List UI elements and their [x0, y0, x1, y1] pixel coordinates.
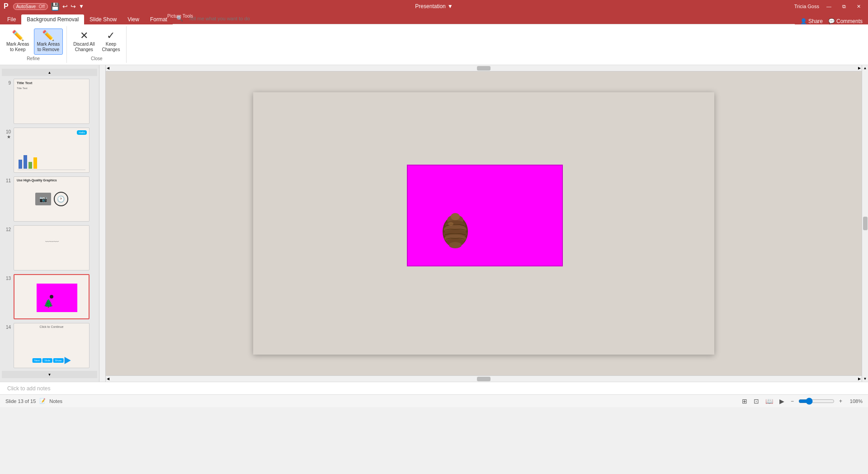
slide-12-scribble: 〰〰〰: [14, 226, 89, 258]
keep-changes-button[interactable]: ✓ KeepChanges: [99, 29, 123, 54]
discard-changes-button[interactable]: ✕ Discard AllChanges: [71, 29, 97, 54]
slide-info: Slide 13 of 15: [5, 398, 36, 404]
slide-item-11[interactable]: 11 Use High-Quality Graphics 📷 🕐: [2, 175, 97, 223]
user-name: Tricia Goss: [794, 4, 819, 9]
slide-thumbnail-13[interactable]: 🌲: [14, 274, 90, 319]
slide-14-next: Next Slide Show: [33, 357, 71, 364]
notes-area[interactable]: Click to add notes: [0, 382, 868, 394]
close-group-label: Close: [91, 56, 103, 61]
slide-item-12[interactable]: 12 〰〰〰: [2, 224, 97, 271]
slide-11-graphics: 📷 🕐: [14, 184, 89, 215]
slide-10-star: ★: [7, 134, 11, 139]
slide-thumbnail-12[interactable]: 〰〰〰: [14, 225, 90, 270]
autosave-toggle[interactable]: AutoSave Off: [13, 3, 48, 10]
title-bar-left: P AutoSave Off 💾 ↩ ↪ ▼: [4, 2, 84, 11]
ribbon-container: Picture Tools File Background Removal Sl…: [0, 13, 868, 65]
tab-view[interactable]: View: [122, 14, 145, 24]
slide-item-14[interactable]: 14 Click to Continue Next Slide Show: [2, 322, 97, 369]
scroll-left-btn[interactable]: ◀: [107, 66, 109, 70]
mark-areas-remove-button[interactable]: ✏️ Mark Areasto Remove: [34, 28, 63, 55]
close-button[interactable]: ✕: [853, 3, 864, 10]
scroll-down-arrow[interactable]: ▼: [2, 371, 97, 378]
svg-point-7: [449, 242, 462, 248]
ribbon: ✏️ Mark Areasto Keep ✏️ Mark Areasto Rem…: [0, 24, 868, 65]
status-right: ⊞ ⊡ 📖 ▶ − + 108%: [740, 397, 863, 406]
reading-view-button[interactable]: 📖: [764, 397, 775, 406]
top-scrollbar[interactable]: ◀ ▶: [106, 65, 862, 71]
slide-canvas: [253, 92, 714, 355]
mark-areas-keep-button[interactable]: ✏️ Mark Areasto Keep: [4, 29, 32, 54]
ribbon-group-refine: ✏️ Mark Areasto Keep ✏️ Mark Areasto Rem…: [0, 26, 67, 63]
scroll-bl-btn[interactable]: ◀: [107, 377, 109, 381]
magenta-background-box[interactable]: [407, 165, 563, 266]
clock-thumb: 🕐: [54, 192, 68, 206]
svg-point-8: [451, 213, 460, 220]
undo-button[interactable]: ↩: [62, 3, 68, 10]
scroll-thumb[interactable]: [863, 217, 868, 230]
status-bar: Slide 13 of 15 📝 Notes ⊞ ⊡ 📖 ▶ − + 108%: [0, 394, 868, 407]
refine-group-label: Refine: [27, 56, 40, 61]
svg-point-9: [448, 222, 453, 226]
slide-thumbnail-11[interactable]: Use High-Quality Graphics 📷 🕐: [14, 176, 90, 222]
scroll-down-btn[interactable]: ▼: [863, 377, 867, 381]
slide-canvas-inner: [253, 92, 714, 355]
slide-13-dot: [50, 295, 53, 299]
close-buttons: ✕ Discard AllChanges ✓ KeepChanges: [71, 28, 123, 55]
notes-icon[interactable]: 📝: [39, 398, 46, 404]
app-logo: P: [4, 2, 9, 10]
slide-item-10[interactable]: 10 ★ Hello: [2, 127, 97, 174]
redo-button[interactable]: ↪: [71, 3, 76, 10]
normal-view-button[interactable]: ⊞: [740, 397, 749, 406]
bottom-scrollbar[interactable]: ◀ ▶: [106, 375, 862, 382]
canvas-area: ▲ ▼ ◀ ▶ ◀ ▶: [99, 65, 868, 382]
zoom-out-button[interactable]: −: [789, 397, 796, 405]
slideshow-button[interactable]: ▶: [778, 397, 786, 406]
notes-label[interactable]: Notes: [49, 398, 62, 404]
title-dropdown[interactable]: ▼: [448, 3, 453, 9]
zoom-in-button[interactable]: +: [837, 397, 844, 405]
notes-placeholder: Click to add notes: [7, 385, 50, 392]
slide-thumbnail-14[interactable]: Click to Continue Next Slide Show: [14, 323, 90, 368]
next-slide-arrow: [64, 357, 71, 364]
slide-10-chart: Hello: [14, 128, 89, 172]
slide-panel[interactable]: ▲ 9 Title Text Title Text 10 ★ Hello: [0, 65, 99, 382]
mark-keep-icon: ✏️: [12, 31, 24, 41]
camera-thumb: 📷: [35, 193, 51, 205]
presentation-title: Presentation: [415, 3, 445, 9]
zoom-slider[interactable]: [798, 398, 835, 405]
left-panel-resize: [99, 65, 106, 382]
pine-cone-image: [435, 207, 476, 252]
mark-remove-icon: ✏️: [42, 31, 54, 41]
scroll-right-btn[interactable]: ▶: [858, 66, 861, 70]
status-left: Slide 13 of 15 📝 Notes: [5, 398, 62, 404]
scroll-up-btn[interactable]: ▲: [863, 66, 867, 70]
restore-button[interactable]: ⧉: [839, 3, 849, 10]
slide-13-magenta-thumb: 🌲: [37, 284, 77, 312]
scroll-bh-thumb[interactable]: [477, 377, 491, 381]
slide-item-13[interactable]: 13 🌲: [2, 273, 97, 320]
scroll-h-thumb[interactable]: [477, 66, 491, 71]
minimize-button[interactable]: —: [823, 3, 835, 10]
tab-background-removal[interactable]: Background Removal: [21, 14, 84, 24]
discard-icon: ✕: [80, 31, 88, 41]
title-bar: P AutoSave Off 💾 ↩ ↪ ▼ Presentation ▼ Tr…: [0, 0, 868, 13]
keep-icon: ✓: [107, 31, 115, 41]
refine-buttons: ✏️ Mark Areasto Keep ✏️ Mark Areasto Rem…: [4, 28, 63, 55]
right-scrollbar[interactable]: ▲ ▼: [862, 65, 868, 382]
tab-slide-show[interactable]: Slide Show: [84, 14, 122, 24]
save-button[interactable]: 💾: [51, 2, 60, 11]
slide-thumbnail-9[interactable]: Title Text Title Text: [14, 79, 90, 124]
more-commands-button[interactable]: ▼: [79, 3, 84, 9]
slide-item-9[interactable]: 9 Title Text Title Text: [2, 78, 97, 125]
autosave-off-label: Off: [39, 4, 45, 9]
slide-sorter-button[interactable]: ⊡: [752, 397, 761, 406]
scroll-br-btn[interactable]: ▶: [858, 377, 861, 381]
main-content-area: ▲ 9 Title Text Title Text 10 ★ Hello: [0, 65, 868, 382]
picture-tools-context: Picture Tools: [164, 13, 868, 19]
ribbon-tab-bar: Picture Tools File Background Removal Sl…: [0, 13, 868, 24]
title-bar-center: Presentation ▼: [415, 3, 453, 9]
slide-thumbnail-10[interactable]: Hello: [14, 128, 90, 173]
tab-file[interactable]: File: [2, 14, 21, 24]
zoom-level[interactable]: 108%: [847, 398, 863, 404]
scroll-up-arrow[interactable]: ▲: [2, 69, 97, 76]
